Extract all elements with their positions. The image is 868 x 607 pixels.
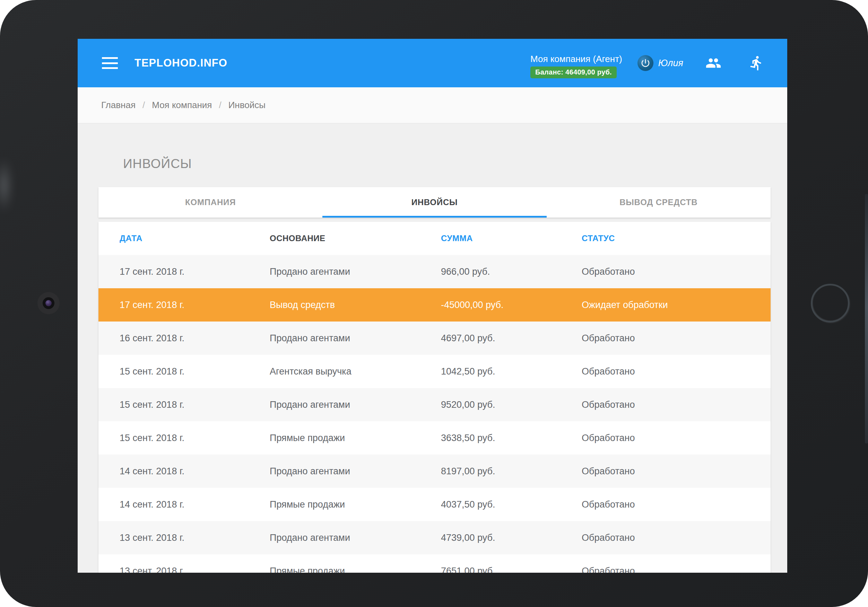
cell-status: Обработано [582,433,770,443]
cell-reason: Продано агентами [270,533,441,543]
menu-bar [102,67,118,69]
running-person-icon [749,55,764,71]
table-row[interactable]: 13 сент. 2018 г. Прямые продажи 7651,00 … [98,554,770,573]
cell-amount: 3638,50 руб. [441,433,582,443]
cell-reason: Продано агентами [270,466,441,477]
app-header: TEPLOHOD.INFO Моя компания (Агент) Балан… [78,39,787,87]
breadcrumb: Главная / Моя компания / Инвойсы [78,87,787,123]
menu-icon[interactable] [102,57,118,69]
users-button[interactable] [705,55,721,71]
cell-reason: Продано агентами [270,333,441,344]
cell-date: 14 сент. 2018 г. [98,466,270,477]
column-header-reason[interactable]: ОСНОВАНИЕ [270,234,441,243]
cell-status: Обработано [582,566,770,573]
cell-amount: 966,00 руб. [441,266,582,277]
column-header-amount[interactable]: СУММА [441,234,582,243]
table-row[interactable]: 16 сент. 2018 г. Продано агентами 4697,0… [98,322,770,355]
home-button [811,284,849,322]
people-icon [705,55,721,71]
breadcrumb-home[interactable]: Главная [101,100,136,110]
table-row[interactable]: 14 сент. 2018 г. Прямые продажи 4037,50 … [98,488,770,521]
table-header-row: ДАТА ОСНОВАНИЕ СУММА СТАТУС [98,222,770,255]
table-row[interactable]: 15 сент. 2018 г. Продано агентами 9520,0… [98,388,770,421]
cell-amount: 7651,00 руб. [441,566,582,573]
tabs: КОМПАНИЯ ИНВОЙСЫ ВЫВОД СРЕДСТВ [98,187,770,218]
cell-status: Обработано [582,499,770,510]
cell-status: Ожидает обработки [582,300,770,310]
cell-date: 15 сент. 2018 г. [98,366,270,377]
cell-reason: Продано агентами [270,266,441,277]
cell-amount: 9520,00 руб. [441,400,582,410]
bezel-reflection [0,158,11,213]
user-name[interactable]: Юлия [658,58,683,69]
tab-withdrawals[interactable]: ВЫВОД СРЕДСТВ [547,187,770,218]
cell-amount: 4697,00 руб. [441,333,582,344]
cell-amount: -45000,00 руб. [441,300,582,310]
cell-amount: 8197,00 руб. [441,466,582,477]
cell-reason: Прямые продажи [270,566,441,573]
cell-date: 17 сент. 2018 г. [98,266,270,277]
main-content: ИНВОЙСЫ КОМПАНИЯ ИНВОЙСЫ ВЫВОД СРЕДСТВ Д… [78,124,787,573]
front-camera [37,292,60,314]
cell-amount: 4037,50 руб. [441,499,582,510]
invoice-table: ДАТА ОСНОВАНИЕ СУММА СТАТУС 17 сент. 201… [98,222,770,573]
breadcrumb-current: Инвойсы [228,100,265,110]
cell-reason: Агентская выручка [270,366,441,377]
logout-button[interactable] [749,55,764,71]
breadcrumb-company[interactable]: Моя компания [152,100,212,110]
company-block: Моя компания (Агент) Баланс: 46409,00 ру… [530,53,622,78]
invoice-table-body: 17 сент. 2018 г. Продано агентами 966,00… [98,255,770,573]
app-screen: TEPLOHOD.INFO Моя компания (Агент) Балан… [78,39,787,573]
table-row[interactable]: 17 сент. 2018 г. Вывод средств -45000,00… [98,288,770,322]
cell-date: 17 сент. 2018 г. [98,300,270,310]
menu-bar [102,62,118,64]
cell-reason: Продано агентами [270,400,441,410]
breadcrumb-separator: / [219,100,221,110]
stage: TEPLOHOD.INFO Моя компания (Агент) Балан… [0,0,868,607]
cell-status: Обработано [582,400,770,410]
cell-amount: 4739,00 руб. [441,533,582,543]
breadcrumb-separator: / [143,100,145,110]
table-row[interactable]: 13 сент. 2018 г. Продано агентами 4739,0… [98,521,770,554]
cell-date: 13 сент. 2018 г. [98,533,270,543]
tab-company[interactable]: КОМПАНИЯ [98,187,322,218]
cell-date: 15 сент. 2018 г. [98,400,270,410]
cell-date: 15 сент. 2018 г. [98,433,270,443]
camera-lens [45,300,52,306]
table-row[interactable]: 14 сент. 2018 г. Продано агентами 8197,0… [98,455,770,488]
bezel-edge-highlight [865,194,868,443]
cell-status: Обработано [582,366,770,377]
cell-status: Обработано [582,333,770,344]
cell-reason: Прямые продажи [270,433,441,443]
cell-status: Обработано [582,266,770,277]
avatar[interactable] [637,55,653,71]
cell-status: Обработано [582,533,770,543]
cell-date: 13 сент. 2018 г. [98,566,270,573]
balance-badge: Баланс: 46409,00 руб. [530,67,617,78]
cell-status: Обработано [582,466,770,477]
app-title[interactable]: TEPLOHOD.INFO [135,57,228,69]
cell-date: 16 сент. 2018 г. [98,333,270,344]
cell-reason: Прямые продажи [270,499,441,510]
menu-bar [102,57,118,59]
cell-amount: 1042,50 руб. [441,366,582,377]
power-icon [640,58,651,68]
company-name: Моя компания (Агент) [530,53,622,64]
table-row[interactable]: 17 сент. 2018 г. Продано агентами 966,00… [98,255,770,288]
cell-date: 14 сент. 2018 г. [98,499,270,510]
tab-invoices[interactable]: ИНВОЙСЫ [322,187,546,218]
page-title: ИНВОЙСЫ [123,156,787,171]
table-row[interactable]: 15 сент. 2018 г. Прямые продажи 3638,50 … [98,421,770,455]
column-header-status[interactable]: СТАТУС [582,234,770,243]
user-menu[interactable]: Юлия [637,55,683,71]
tablet-frame: TEPLOHOD.INFO Моя компания (Агент) Балан… [0,0,868,607]
table-row[interactable]: 15 сент. 2018 г. Агентская выручка 1042,… [98,355,770,388]
column-header-date[interactable]: ДАТА [98,234,270,243]
cell-reason: Вывод средств [270,300,441,310]
